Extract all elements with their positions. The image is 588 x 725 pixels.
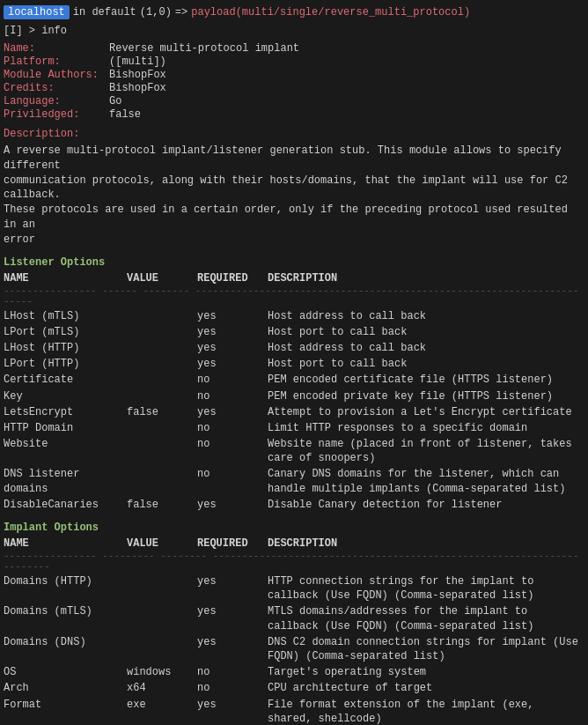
listener-row-value — [127, 389, 197, 403]
top-bar: localhost in default (1,0) => payload(mu… — [4, 5, 584, 19]
info-language-label: Language: — [4, 95, 109, 107]
listener-section-header: Listener Options — [4, 256, 584, 269]
implant-row-required: yes — [197, 635, 268, 663]
listener-row-desc: Host address to call back — [268, 309, 584, 323]
listener-separator: ---------------- ------ -------- -------… — [4, 285, 584, 307]
listener-row-required: no — [197, 467, 268, 495]
listener-table-row: LPort (mTLS) yes Host port to call back — [4, 324, 584, 340]
listener-row-desc: Host address to call back — [268, 341, 584, 355]
listener-table-row: HTTP Domain no Limit HTTP responses to a… — [4, 420, 584, 436]
listener-table-row: LetsEncrypt false yes Attempt to provisi… — [4, 404, 584, 420]
implant-section-header: Implant Options — [4, 522, 584, 534]
listener-col-name: NAME — [4, 272, 127, 285]
implant-row-name: Format — [4, 698, 127, 725]
implant-row-name: Domains (mTLS) — [4, 604, 127, 633]
info-credits-row: Credits: BishopFox — [4, 82, 584, 94]
listener-row-name: DNS listener domains — [4, 467, 127, 495]
implant-row-value — [127, 604, 197, 633]
listener-row-value — [127, 341, 197, 355]
info-name-value: Reverse multi-protocol implant — [109, 42, 299, 55]
listener-col-desc: DESCRIPTION — [268, 272, 584, 285]
implant-row-desc: HTTP connection strings for the implant … — [268, 574, 584, 603]
implant-table-header: NAME VALUE REQUIRED DESCRIPTION — [4, 537, 584, 551]
info-language-row: Language: Go — [4, 95, 584, 107]
listener-row-required: no — [197, 373, 268, 387]
implant-table-row: Arch x64 no CPU architecture of target — [4, 680, 584, 696]
info-privileged-value: false — [109, 108, 141, 121]
implant-table-row: Domains (mTLS) yes MTLS domains/addresse… — [4, 603, 584, 633]
listener-row-desc: PEM encoded certificate file (HTTPS list… — [268, 373, 584, 387]
listener-row-value — [127, 309, 197, 323]
listener-row-name: Website — [4, 437, 127, 465]
implant-row-required: yes — [197, 698, 268, 725]
listener-table-row: DisableCanaries false yes Disable Canary… — [4, 497, 584, 513]
listener-table-row: LHost (mTLS) yes Host address to call ba… — [4, 308, 584, 324]
info-authors-label: Module Authors: — [4, 69, 109, 81]
terminal-window: localhost in default (1,0) => payload(mu… — [0, 4, 588, 725]
listener-row-value — [127, 357, 197, 371]
info-language-value: Go — [109, 95, 121, 107]
info-platform-label: Platform: — [4, 55, 109, 68]
listener-table-row: LPort (HTTP) yes Host port to call back — [4, 356, 584, 372]
implant-row-desc: MTLS domains/addresses for the implant t… — [268, 604, 584, 633]
listener-row-required: yes — [197, 341, 268, 355]
context-args: (1,0) — [140, 6, 172, 18]
description-text: A reverse multi-protocol implant/listene… — [4, 144, 584, 248]
prompt-line: [I] > info — [4, 25, 584, 37]
listener-row-required: no — [197, 421, 268, 435]
listener-row-required: no — [197, 389, 268, 403]
listener-row-name: HTTP Domain — [4, 421, 127, 435]
listener-row-desc: Limit HTTP responses to a specific domai… — [268, 421, 584, 435]
implant-row-value: exe — [127, 698, 197, 725]
listener-row-value — [127, 325, 197, 339]
listener-col-required: REQUIRED — [197, 272, 268, 285]
info-privileged-label: Priviledged: — [4, 108, 109, 121]
listener-row-desc: Attempt to provision a Let's Encrypt cer… — [268, 405, 584, 419]
info-authors-value: BishopFox — [109, 69, 166, 81]
implant-row-name: OS — [4, 665, 127, 679]
implant-separator: ---------------- --------- -------- ----… — [4, 551, 584, 572]
implant-row-required: yes — [197, 604, 268, 633]
implant-row-required: no — [197, 681, 268, 695]
info-name-row: Name: Reverse multi-protocol implant — [4, 42, 584, 55]
listener-row-name: LHost (mTLS) — [4, 309, 127, 323]
implant-row-value: x64 — [127, 681, 197, 695]
listener-row-value: false — [127, 498, 197, 512]
implant-row-desc: Target's operating system — [268, 665, 584, 679]
module-info-block: Name: Reverse multi-protocol implant Pla… — [4, 42, 584, 121]
listener-row-value — [127, 467, 197, 495]
implant-row-name: Domains (DNS) — [4, 635, 127, 663]
implant-table-row: Format exe yes File format extension of … — [4, 697, 584, 725]
implant-row-desc: DNS C2 domain connection strings for imp… — [268, 635, 584, 663]
listener-row-desc: Host port to call back — [268, 325, 584, 339]
listener-row-value — [127, 373, 197, 387]
implant-col-required: REQUIRED — [197, 537, 268, 550]
implant-col-value: VALUE — [127, 537, 197, 550]
info-authors-row: Module Authors: BishopFox — [4, 69, 584, 81]
info-name-label: Name: — [4, 42, 109, 55]
implant-col-desc: DESCRIPTION — [268, 537, 584, 550]
listener-row-name: LetsEncrypt — [4, 405, 127, 419]
info-credits-value: BishopFox — [109, 82, 166, 94]
info-privileged-row: Priviledged: false — [4, 108, 584, 121]
listener-row-desc: Website name (placed in front of listene… — [268, 437, 584, 465]
listener-row-name: LPort (mTLS) — [4, 325, 127, 339]
implant-row-desc: File format extension of the implant (ex… — [268, 698, 584, 725]
context-default: in default — [73, 6, 136, 18]
implant-row-desc: CPU architecture of target — [268, 681, 584, 695]
implant-table-row: OS windows no Target's operating system — [4, 664, 584, 680]
host-badge: localhost — [4, 5, 70, 19]
listener-row-required: yes — [197, 357, 268, 371]
listener-row-name: LPort (HTTP) — [4, 357, 127, 371]
listener-table-row: LHost (HTTP) yes Host address to call ba… — [4, 340, 584, 356]
payload-path: payload(multi/single/reverse_multi_proto… — [191, 6, 470, 18]
implant-row-value — [127, 635, 197, 663]
implant-table-row: Domains (HTTP) yes HTTP connection strin… — [4, 573, 584, 603]
implant-table-row: Domains (DNS) yes DNS C2 domain connecti… — [4, 634, 584, 664]
listener-options-section: Listener Options NAME VALUE REQUIRED DES… — [4, 256, 584, 513]
info-platform-row: Platform: ([multi]) — [4, 55, 584, 68]
listener-row-value — [127, 437, 197, 465]
listener-table-row: Certificate no PEM encoded certificate f… — [4, 372, 584, 388]
listener-col-value: VALUE — [127, 272, 197, 285]
implant-row-name: Domains (HTTP) — [4, 574, 127, 603]
